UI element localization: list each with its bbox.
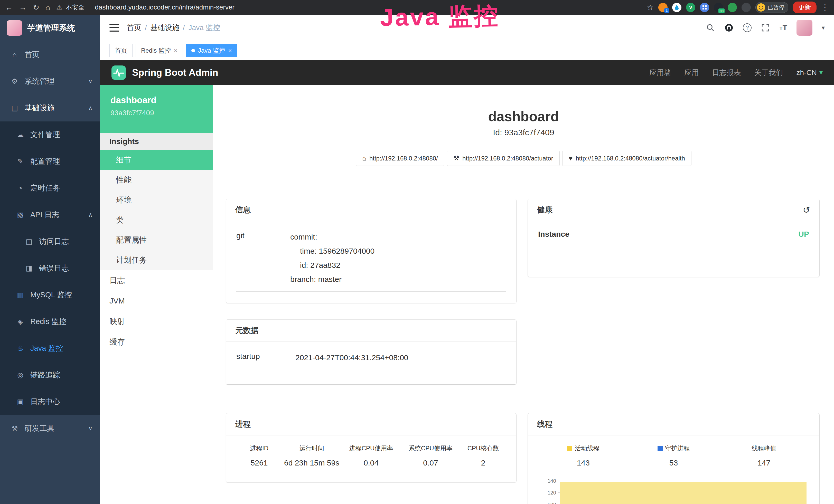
- not-secure-warning-icon: ⚠: [56, 3, 62, 11]
- actuator-url-link[interactable]: ⚒ http://192.168.0.2:48080/actuator: [447, 151, 560, 166]
- smiley-avatar-icon: [757, 3, 765, 12]
- help-icon[interactable]: ?: [743, 23, 751, 32]
- legend-peak-threads: 线程峰值 147: [719, 444, 809, 467]
- sidebar-item-redis[interactable]: ◈ Redis 监控: [0, 308, 100, 335]
- sidebar-item-home[interactable]: ⌂ 首页: [0, 41, 100, 68]
- sidebar-item-mysql[interactable]: ▥ MySQL 监控: [0, 282, 100, 308]
- sba-nav-caches[interactable]: 缓存: [100, 332, 213, 352]
- metadata-row-startup: startup 2021-04-27T00:44:31.254+08:00: [236, 350, 506, 370]
- info-row-git: git commit: time: 1596289704000 id: 27aa…: [236, 230, 506, 292]
- sidebar-item-devtools[interactable]: ⚒ 研发工具 ∨: [0, 415, 100, 442]
- reload-icon[interactable]: ↻: [33, 4, 39, 11]
- locale-label: zh-CN: [796, 69, 817, 77]
- browser-menu-icon[interactable]: ⋮: [821, 4, 829, 11]
- sba-nav-beans[interactable]: 类: [100, 210, 213, 230]
- font-size-icon[interactable]: TT: [779, 23, 787, 32]
- instance-heading: dashboard Id: 93a3fc7f7409 ⌂ http://192.…: [213, 85, 834, 166]
- sba-nav-metrics[interactable]: 性能: [100, 170, 213, 190]
- sba-header: Spring Boot Admin 应用墙 应用 日志报表 关于我们 zh-CN…: [100, 60, 834, 85]
- tab-java-monitor[interactable]: Java 监控 ×: [186, 44, 237, 57]
- close-icon[interactable]: ×: [228, 47, 232, 54]
- sba-nav-wallboard[interactable]: 应用墙: [650, 68, 671, 77]
- link-label: http://192.168.0.2:48080/actuator/health: [576, 155, 685, 162]
- user-avatar[interactable]: [796, 20, 812, 36]
- git-id-line: id: 27aa832: [290, 258, 506, 272]
- instance-id: 93a3fc7f7409: [110, 109, 203, 117]
- log-icon: ▧: [16, 211, 25, 219]
- sba-nav-journal[interactable]: 日志报表: [712, 68, 741, 77]
- redis-icon: ◈: [16, 318, 25, 326]
- sidebar-item-java-monitor[interactable]: ♨ Java 监控: [0, 335, 100, 362]
- threads-chart-plot: [560, 475, 809, 504]
- topbar-actions: ? TT ▾: [706, 20, 825, 36]
- bookmark-star-icon[interactable]: ☆: [647, 4, 654, 11]
- breadcrumb-infra[interactable]: 基础设施: [151, 23, 179, 32]
- sidebar-item-files[interactable]: ☁ 文件管理: [0, 121, 100, 148]
- sba-nav-environment[interactable]: 环境: [100, 190, 213, 210]
- metadata-card: 元数据 startup 2021-04-27T00:44:31.254+08:0…: [226, 320, 516, 384]
- tab-home[interactable]: 首页: [109, 44, 133, 57]
- sba-nav-details[interactable]: 细节: [100, 150, 213, 170]
- sidebar-item-label: 基础设施: [25, 103, 54, 113]
- back-icon[interactable]: ←: [5, 4, 13, 11]
- extensions-puzzle-icon[interactable]: [742, 3, 751, 12]
- sba-nav-applications[interactable]: 应用: [684, 68, 699, 77]
- sidebar-item-infra[interactable]: ▤ 基础设施 ∧: [0, 95, 100, 121]
- git-commit-line: commit:: [290, 230, 506, 244]
- close-icon[interactable]: ×: [174, 47, 177, 54]
- sba-nav-loggers[interactable]: 日志: [100, 270, 213, 291]
- health-url-link[interactable]: ♥ http://192.168.0.2:48080/actuator/heal…: [562, 151, 692, 166]
- instance-header[interactable]: dashboard 93a3fc7f7409: [100, 85, 213, 133]
- breadcrumb-home[interactable]: 首页: [127, 23, 141, 32]
- search-icon[interactable]: [706, 23, 715, 32]
- sidebar-item-api-log[interactable]: ▧ API 日志 ∧: [0, 202, 100, 228]
- process-col-pid: 进程ID 5261: [236, 444, 282, 467]
- live-threads-swatch: [567, 446, 572, 451]
- health-row-instance: Instance UP: [538, 230, 809, 246]
- chevron-down-icon[interactable]: ▾: [822, 24, 825, 31]
- sidebar-toggle-icon[interactable]: [109, 24, 119, 31]
- profile-chip[interactable]: 已暂停: [755, 2, 788, 13]
- chevron-up-icon: ∧: [88, 105, 92, 111]
- extension-green-icon[interactable]: v: [686, 3, 695, 12]
- sidebar-item-label: 访问日志: [39, 236, 69, 247]
- tab-redis-monitor[interactable]: Redis 监控 ×: [136, 44, 183, 57]
- extension-leaf-icon[interactable]: [728, 3, 737, 12]
- sidebar-item-cron[interactable]: ◔ 定时任务: [0, 175, 100, 202]
- sidebar-item-system[interactable]: ⚙ 系统管理 ∨: [0, 68, 100, 95]
- sba-nav-scheduled-tasks[interactable]: 计划任务: [100, 250, 213, 270]
- extension-orange-icon[interactable]: 1: [658, 3, 667, 12]
- legend-daemon-threads: 守护进程 53: [629, 444, 719, 467]
- locale-select[interactable]: zh-CN ▾: [796, 69, 823, 77]
- sidebar-item-config[interactable]: ✎ 配置管理: [0, 148, 100, 175]
- threads-card-title: 线程: [537, 419, 552, 430]
- address-bar[interactable]: ⚠ 不安全 dashboard.yudao.iocoder.cn/infra/a…: [56, 3, 641, 12]
- v-glyph: v: [689, 4, 692, 10]
- sba-nav-jvm[interactable]: JVM: [100, 291, 213, 311]
- update-button[interactable]: 更新: [793, 2, 816, 13]
- sba-nav-about[interactable]: 关于我们: [754, 68, 783, 77]
- sidebar-item-log-center[interactable]: ▣ 日志中心: [0, 388, 100, 415]
- extension-drop-icon[interactable]: [672, 3, 681, 12]
- sba-nav-configprops[interactable]: 配置属性: [100, 230, 213, 250]
- browser-home-icon[interactable]: ⌂: [45, 4, 50, 11]
- sidebar-item-tracing[interactable]: ◎ 链路追踪: [0, 362, 100, 388]
- sba-nav-mappings[interactable]: 映射: [100, 311, 213, 332]
- sba-sidebar: dashboard 93a3fc7f7409 Insights 细节 性能 环境…: [100, 85, 213, 504]
- forward-icon[interactable]: →: [19, 4, 27, 11]
- clock-icon: ◔: [16, 184, 25, 192]
- info-card-title: 信息: [235, 205, 251, 215]
- chevron-down-icon: ▾: [819, 69, 823, 76]
- history-icon[interactable]: ↺: [803, 205, 810, 215]
- sidebar-item-error-log[interactable]: ◨ 错误日志: [0, 255, 100, 282]
- app-logo: [7, 20, 22, 36]
- service-url-link[interactable]: ⌂ http://192.168.0.2:48080/: [356, 151, 444, 166]
- extension-switch-icon[interactable]: on: [714, 3, 723, 12]
- sidebar-item-access-log[interactable]: ◫ 访问日志: [0, 228, 100, 255]
- extension-grid-icon[interactable]: [700, 3, 709, 12]
- sidebar-item-label: 文件管理: [30, 130, 60, 140]
- edit-icon: ✎: [16, 157, 25, 166]
- app-logo-row[interactable]: 芋道管理系统: [0, 15, 100, 41]
- fullscreen-icon[interactable]: [761, 23, 770, 32]
- github-icon[interactable]: [724, 23, 733, 32]
